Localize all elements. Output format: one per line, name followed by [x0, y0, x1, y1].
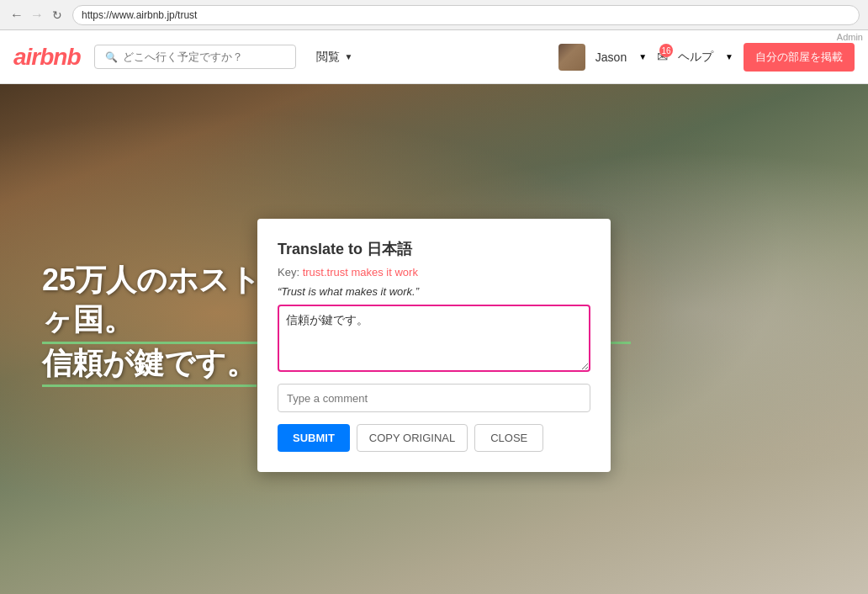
translation-textarea[interactable] [278, 305, 590, 372]
airbnb-logo[interactable]: airbnb [13, 44, 81, 71]
translation-modal: Translate to 日本語 Key: trust.trust makes … [257, 219, 611, 472]
user-avatar[interactable] [558, 44, 585, 71]
explore-label: 閲覧 [316, 50, 340, 65]
modal-key-link[interactable]: trust.trust makes it work [303, 266, 418, 278]
modal-original-text: “Trust is what makes it work.” [278, 285, 590, 298]
nav-buttons: ← → ↻ [8, 7, 66, 24]
modal-title: Translate to 日本語 [278, 239, 590, 259]
back-button[interactable]: ← [8, 7, 25, 24]
url-input[interactable] [82, 9, 850, 21]
help-nav-item[interactable]: ヘルプ [678, 50, 713, 65]
modal-key: Key: trust.trust makes it work [278, 266, 590, 278]
submit-button[interactable]: SUBMIT [278, 424, 350, 452]
user-name[interactable]: Jason [595, 50, 627, 64]
help-chevron-icon: ▼ [725, 52, 733, 61]
search-icon: 🔍 [105, 51, 118, 63]
browser-chrome: ← → ↻ [0, 0, 868, 30]
main-content: airbnb 🔍 閲覧 ▼ Jason ▼ ✉ 16 ヘルプ ▼ 自分の部屋を掲… [0, 30, 868, 594]
refresh-button[interactable]: ↻ [49, 7, 66, 24]
forward-button[interactable]: → [29, 7, 45, 24]
user-avatar-image [558, 44, 585, 71]
close-button[interactable]: CLOSE [474, 424, 543, 452]
hero-section: 25万人のホスト、400万人のゲスト、192ヶ国。 信頼が鍵です。 Transl… [0, 84, 868, 594]
copy-original-button[interactable]: COPY ORIGINAL [357, 424, 468, 452]
hero-title-line2: 信頼が鍵です。 [42, 344, 257, 388]
user-chevron-icon: ▼ [638, 52, 647, 61]
search-input[interactable] [123, 50, 285, 63]
address-bar[interactable] [72, 5, 860, 25]
modal-buttons: SUBMIT COPY ORIGINAL CLOSE [278, 424, 590, 452]
site-navigation: airbnb 🔍 閲覧 ▼ Jason ▼ ✉ 16 ヘルプ ▼ 自分の部屋を掲… [0, 30, 868, 84]
search-bar[interactable]: 🔍 [94, 45, 296, 69]
comment-input[interactable] [278, 384, 590, 412]
nav-right-section: Jason ▼ ✉ 16 ヘルプ ▼ 自分の部屋を掲載 [558, 43, 855, 72]
notification-badge: 16 [659, 44, 673, 57]
admin-label: Admin [832, 30, 868, 44]
explore-nav-item[interactable]: 閲覧 ▼ [310, 46, 360, 68]
notification-button[interactable]: ✉ 16 [657, 49, 668, 65]
host-button[interactable]: 自分の部屋を掲載 [744, 43, 855, 72]
explore-chevron-icon: ▼ [345, 52, 353, 61]
